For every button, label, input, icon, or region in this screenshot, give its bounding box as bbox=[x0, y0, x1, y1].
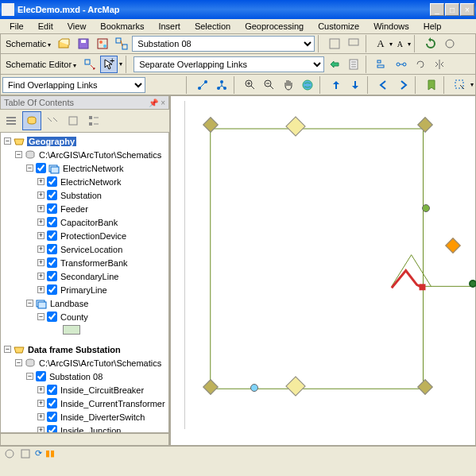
statusbar: ⟳ ▮▮ bbox=[0, 446, 476, 460]
menu-windows[interactable]: Windows bbox=[367, 21, 416, 32]
tree-layer[interactable]: +SecondaryLine bbox=[1, 269, 168, 283]
select-move-icon[interactable] bbox=[81, 56, 99, 73]
diagram-selector[interactable]: Substation 08 bbox=[132, 36, 315, 52]
schematic-canvas[interactable] bbox=[187, 101, 470, 440]
svg-rect-6 bbox=[116, 38, 121, 43]
node-circle-green[interactable] bbox=[422, 204, 430, 212]
select-features-icon[interactable] bbox=[451, 76, 469, 94]
tree-layer[interactable]: +Feeder bbox=[1, 202, 168, 215]
svg-rect-33 bbox=[89, 122, 92, 126]
list-source-icon[interactable] bbox=[22, 111, 41, 130]
data-view-icon[interactable] bbox=[3, 448, 16, 459]
layout-icon[interactable] bbox=[326, 35, 343, 52]
edit-select-icon[interactable]: + bbox=[100, 56, 118, 73]
app-icon bbox=[2, 3, 14, 16]
font-small-button[interactable]: A bbox=[394, 40, 406, 48]
bookmark-icon[interactable] bbox=[423, 76, 440, 94]
open-diagram-icon[interactable] bbox=[56, 35, 73, 52]
tree-layer[interactable]: +Inside_CircuitBreaker bbox=[1, 383, 168, 397]
map-view[interactable] bbox=[170, 95, 476, 446]
menu-bookmarks[interactable]: Bookmarks bbox=[94, 21, 150, 32]
menu-edit[interactable]: Edit bbox=[32, 21, 60, 32]
menubar: File Edit View Bookmarks Insert Selectio… bbox=[0, 19, 476, 33]
toc-panel: Table Of Contents 📌 × −Geography −C:\Arc… bbox=[0, 95, 170, 446]
list-drawing-icon[interactable] bbox=[2, 111, 21, 130]
tree-layer[interactable]: +Substation bbox=[1, 188, 168, 202]
mirror-icon[interactable] bbox=[431, 56, 448, 73]
tree-layer-county[interactable]: −County bbox=[1, 310, 168, 323]
minimize-button[interactable]: _ bbox=[430, 3, 444, 16]
tree-gdb-2[interactable]: −C:\ArcGIS\ArcTutor\Schematics bbox=[1, 356, 168, 370]
tree-layer[interactable]: +TransformerBank bbox=[1, 256, 168, 269]
tree-group-substation08[interactable]: −Substation 08 bbox=[1, 370, 168, 383]
toc-tree[interactable]: −Geography −C:\ArcGIS\ArcTutor\Schematic… bbox=[0, 132, 169, 433]
layout2-icon[interactable] bbox=[345, 35, 362, 52]
tree-layer[interactable]: +Inside_Junction bbox=[1, 424, 168, 433]
ruler bbox=[172, 101, 185, 429]
update-icon[interactable] bbox=[441, 35, 459, 52]
layout-algo-selector[interactable]: Separate Overlapping Links bbox=[134, 56, 324, 72]
tree-gdb-1[interactable]: −C:\ArcGIS\ArcTutor\Schematics bbox=[1, 148, 168, 161]
pan-icon[interactable] bbox=[280, 76, 297, 94]
tree-layer[interactable]: +Inside_CurrentTransformer bbox=[1, 397, 168, 410]
save-diagram-icon[interactable] bbox=[75, 35, 92, 52]
tree-layer[interactable]: +CapacitorBank bbox=[1, 215, 168, 229]
fixed-zoomin-icon[interactable] bbox=[327, 76, 345, 94]
menu-file[interactable]: File bbox=[3, 21, 30, 32]
fixed-zoomout-icon[interactable] bbox=[346, 76, 364, 94]
forward-icon[interactable] bbox=[394, 76, 412, 94]
maximize-button[interactable]: □ bbox=[445, 3, 459, 16]
node-circle-blue[interactable] bbox=[250, 384, 258, 392]
task-selector[interactable]: Find Overlapping Links bbox=[2, 77, 145, 93]
svg-rect-8 bbox=[330, 39, 339, 48]
svg-text:+: + bbox=[110, 58, 114, 65]
tree-dataframe-geography[interactable]: −Geography bbox=[1, 134, 168, 148]
menu-view[interactable]: View bbox=[61, 21, 93, 32]
font-large-button[interactable]: A bbox=[373, 37, 387, 50]
apply-layout-icon[interactable] bbox=[326, 56, 343, 73]
tree-layer[interactable]: +ElectricNetwork bbox=[1, 175, 168, 188]
tree-layer[interactable]: +PrimaryLine bbox=[1, 283, 168, 296]
toc-hscroll[interactable] bbox=[0, 433, 169, 446]
back-icon[interactable] bbox=[375, 76, 393, 94]
svg-rect-9 bbox=[349, 39, 358, 45]
rotate-icon[interactable] bbox=[412, 56, 429, 73]
tree-group-electricnetwork[interactable]: −ElectricNetwork bbox=[1, 161, 168, 175]
menu-selection[interactable]: Selection bbox=[188, 21, 237, 32]
svg-rect-2 bbox=[81, 40, 86, 43]
full-extent-icon[interactable] bbox=[299, 76, 316, 94]
menu-geoprocessing[interactable]: Geoprocessing bbox=[238, 21, 310, 32]
zoom-in-icon[interactable] bbox=[242, 76, 259, 94]
list-visibility-icon[interactable] bbox=[43, 111, 62, 130]
menu-customize[interactable]: Customize bbox=[312, 21, 366, 32]
menu-help[interactable]: Help bbox=[417, 21, 448, 32]
svg-rect-36 bbox=[51, 167, 59, 173]
zoom-out-icon[interactable] bbox=[261, 76, 278, 94]
svg-point-10 bbox=[446, 40, 454, 48]
zoom-full-icon[interactable] bbox=[94, 35, 111, 52]
tree-dataframe-substation[interactable]: −Data frame Substation bbox=[1, 342, 168, 356]
tree-layer[interactable]: +Inside_DiverterSwitch bbox=[1, 410, 168, 424]
layout-view-icon[interactable] bbox=[19, 448, 32, 459]
toolbar-schematic-editor: Schematic Editor + ▾ Separate Overlappin… bbox=[0, 54, 476, 75]
layout-props-icon[interactable] bbox=[345, 56, 362, 73]
list-selection-icon[interactable] bbox=[64, 111, 83, 130]
svg-rect-32 bbox=[89, 116, 92, 119]
tree-layer[interactable]: +ProtectionDevice bbox=[1, 229, 168, 242]
node-tool-icon[interactable] bbox=[194, 76, 211, 94]
menu-insert[interactable]: Insert bbox=[152, 21, 187, 32]
refresh-icon[interactable] bbox=[422, 35, 439, 52]
align-icon[interactable] bbox=[373, 56, 391, 73]
distribute-icon[interactable] bbox=[393, 56, 410, 73]
schematic-editor-menu[interactable]: Schematic Editor bbox=[2, 60, 79, 69]
node-circle-darkgreen[interactable] bbox=[469, 280, 476, 288]
tree-layer[interactable]: +ServiceLocation bbox=[1, 242, 168, 256]
schematic-menu[interactable]: Schematic bbox=[2, 39, 54, 48]
options-icon[interactable] bbox=[84, 111, 103, 130]
propagate-icon[interactable] bbox=[113, 35, 130, 52]
close-button[interactable]: × bbox=[460, 3, 474, 16]
toolbar-schematic: Schematic Substation 08 A▾ A▾ bbox=[0, 33, 476, 54]
tree-group-landbase[interactable]: −Landbase bbox=[1, 296, 168, 310]
pin-icon[interactable]: 📌 × bbox=[149, 99, 165, 107]
node-tool2-icon[interactable] bbox=[213, 76, 230, 94]
